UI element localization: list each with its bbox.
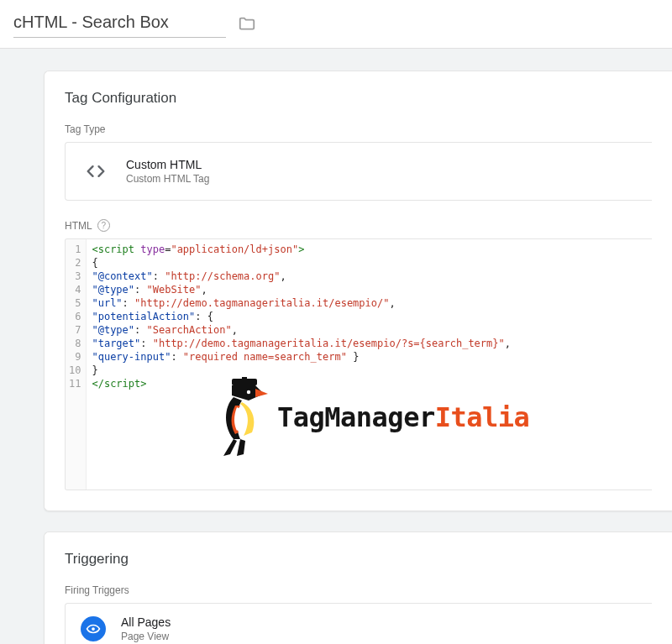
html-code-editor[interactable]: 1234567891011 <script type="application/… [65,238,652,490]
header-bar [0,0,672,49]
tag-type-texts: Custom HTML Custom HTML Tag [126,158,209,185]
trigger-row[interactable]: All Pages Page View [65,603,652,644]
pageview-icon [81,616,106,641]
trigger-type: Page View [121,631,171,642]
tag-configuration-card: Tag Configuration Tag Type Custom HTML C… [44,71,672,511]
trigger-name: All Pages [121,615,171,629]
folder-icon[interactable] [238,14,256,33]
help-icon[interactable]: ? [97,219,110,232]
html-label-text: HTML [65,220,92,232]
tag-name-input[interactable] [13,9,226,38]
tag-type-description: Custom HTML Tag [126,173,209,185]
code-lines: <script type="application/ld+json"> { "@… [87,239,652,490]
tag-type-label: Tag Type [65,123,652,135]
tag-type-name: Custom HTML [126,158,209,171]
tag-configuration-title: Tag Configuration [65,90,652,107]
trigger-texts: All Pages Page View [121,615,171,642]
tag-type-selector[interactable]: Custom HTML Custom HTML Tag [65,142,652,201]
firing-triggers-label: Firing Triggers [65,584,652,596]
code-gutter: 1234567891011 [66,239,87,490]
page-body: Tag Configuration Tag Type Custom HTML C… [0,49,672,644]
triggering-title: Triggering [65,551,652,568]
triggering-card: Triggering Firing Triggers All Pages Pag… [44,531,672,644]
code-icon [81,156,111,186]
html-field-label: HTML ? [65,219,652,232]
svg-point-4 [92,627,95,631]
